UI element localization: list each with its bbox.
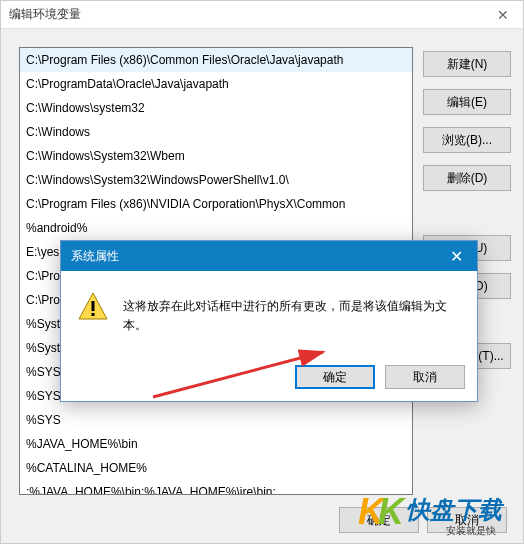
new-button[interactable]: 新建(N) — [423, 51, 511, 77]
dialog-body: 这将放弃在此对话框中进行的所有更改，而是将该值编辑为文本。 — [61, 271, 477, 347]
dialog-cancel-button[interactable]: 取消 — [385, 365, 465, 389]
window-title: 编辑环境变量 — [9, 6, 81, 23]
list-item[interactable]: ;%JAVA_HOME%\bin;%JAVA_HOME%\jre\bin; — [20, 480, 412, 495]
list-item[interactable]: C:\Program Files (x86)\NVIDIA Corporatio… — [20, 192, 412, 216]
edit-button[interactable]: 编辑(E) — [423, 89, 511, 115]
list-item[interactable]: %SYS — [20, 408, 412, 432]
confirm-dialog: 系统属性 ✕ 这将放弃在此对话框中进行的所有更改，而是将该值编辑为文本。 确定 … — [60, 240, 478, 402]
svg-rect-1 — [92, 301, 95, 311]
svg-text:K: K — [378, 491, 407, 532]
dialog-close-icon[interactable]: ✕ — [446, 247, 467, 266]
dialog-message: 这将放弃在此对话框中进行的所有更改，而是将该值编辑为文本。 — [123, 291, 461, 335]
list-item[interactable]: %JAVA_HOME%\bin — [20, 432, 412, 456]
delete-button[interactable]: 删除(D) — [423, 165, 511, 191]
watermark-brand: 快盘下载 — [406, 496, 505, 523]
list-item[interactable]: C:\ProgramData\Oracle\Java\javapath — [20, 72, 412, 96]
watermark-logo: K K 快盘下载 安装就是快 — [356, 484, 524, 540]
list-item[interactable]: %android% — [20, 216, 412, 240]
list-item[interactable]: C:\Windows — [20, 120, 412, 144]
list-item[interactable]: C:\Program Files (x86)\Common Files\Orac… — [20, 48, 412, 72]
dialog-titlebar: 系统属性 ✕ — [61, 241, 477, 271]
warning-icon — [77, 291, 109, 323]
list-item[interactable]: C:\Windows\system32 — [20, 96, 412, 120]
dialog-title: 系统属性 — [71, 248, 119, 265]
list-item[interactable]: C:\Windows\System32\WindowsPowerShell\v1… — [20, 168, 412, 192]
close-icon[interactable]: ✕ — [491, 7, 515, 23]
titlebar: 编辑环境变量 ✕ — [1, 1, 523, 29]
dialog-footer: 确定 取消 — [295, 365, 465, 389]
browse-button[interactable]: 浏览(B)... — [423, 127, 511, 153]
dialog-ok-button[interactable]: 确定 — [295, 365, 375, 389]
watermark-tagline: 安装就是快 — [446, 525, 496, 536]
svg-rect-2 — [92, 313, 95, 316]
list-item[interactable]: %CATALINA_HOME% — [20, 456, 412, 480]
list-item[interactable]: C:\Windows\System32\Wbem — [20, 144, 412, 168]
